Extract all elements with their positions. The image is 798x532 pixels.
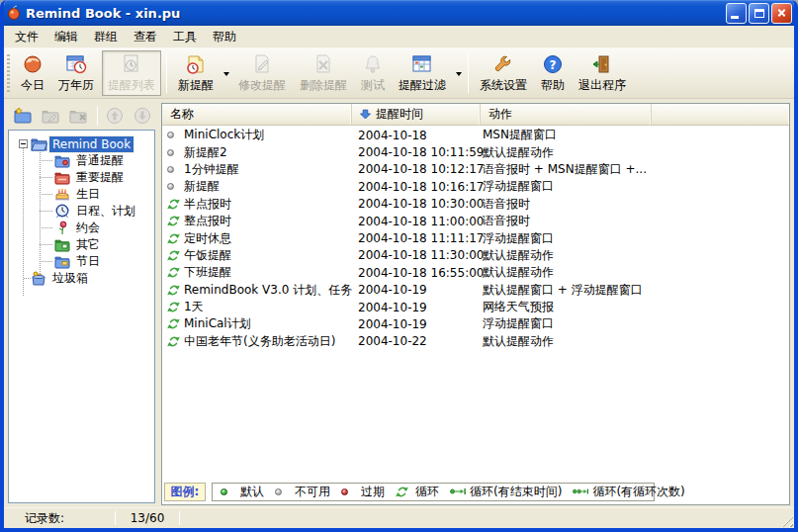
legend-item: 循环(有结束时间) [450,484,562,500]
reminder-action: 浮动提醒窗口 [481,315,652,332]
reminder-name: MiniClock计划 [184,127,264,143]
reminder-action: MSN提醒窗口 [481,127,652,143]
toolbar-grip[interactable] [7,54,10,92]
tree-item-appointment[interactable]: 约会 [9,220,154,236]
table-row[interactable]: 午饭提醒2004-10-18 11:30:00默认提醒动作 [162,247,789,264]
toolbar-button-delete-reminder[interactable]: 删除提醒 [294,50,353,96]
reminder-name: 1分钟提醒 [184,161,239,178]
cell-name: 1天 [162,299,352,315]
tree-item-root[interactable]: Remind Book [9,135,154,152]
new-reminder-icon [185,52,207,76]
tree-item-important[interactable]: 重要提醒 [9,169,154,186]
table-row[interactable]: 整点报时2004-10-18 11:00:00语音报时 [162,213,789,229]
minimize-button[interactable] [726,3,747,24]
move-up-button[interactable] [102,104,128,128]
tree-item-trash[interactable]: 垃圾箱 [9,270,154,287]
resize-grip[interactable] [780,514,793,527]
reminder-name: 1天 [184,299,204,315]
legend-item-label: 循环 [415,484,439,500]
new-reminder-dropdown[interactable] [221,50,231,96]
title-bar: Remind Book - xin.pu [0,0,798,26]
column-header-time[interactable]: 提醒时间 [352,104,481,125]
reminder-name: 下班提醒 [184,264,231,281]
legend-row: 图例: 默认不可用过期循环循环(有结束时间)循环(有循环次数) [162,479,789,504]
toolbar-separator [468,53,469,93]
tree-item-label: 垃圾箱 [49,269,91,288]
toolbar-button-label: 测试 [361,77,385,94]
sort-arrow-icon [360,109,371,120]
menu-item-file[interactable]: 文件 [7,27,46,47]
close-button[interactable] [771,3,792,24]
table-row[interactable]: 1天2004-10-19网络天气预报 [162,299,789,315]
toolbar-button-reminder-filter[interactable]: 提醒过滤 [393,50,452,96]
menu-item-edit[interactable]: 编辑 [46,27,86,47]
toolbar-button-label: 新提醒 [178,77,214,94]
loop-icon [167,198,184,211]
move-down-button[interactable] [130,104,155,128]
toolbar-button-reminder-list[interactable]: 提醒列表 [102,50,161,96]
tree-item-normal[interactable]: 普通提醒 [9,152,154,169]
table-row[interactable]: 下班提醒2004-10-18 16:55:00默认提醒动作 [162,264,789,281]
reminder-action: 默认提醒动作 [481,264,652,281]
column-header-name[interactable]: 名称 [162,104,352,125]
maximize-icon [754,9,764,18]
reminder-filter-dropdown[interactable] [453,50,464,96]
table-row[interactable]: 新提醒2004-10-18 10:16:17浮动提醒窗口 [162,178,789,195]
dot-gray-icon [167,149,174,156]
tree-item-birthday[interactable]: 生日 [9,186,154,203]
toolbar-button-label: 退出程序 [578,77,626,94]
main-area: Remind Book普通提醒重要提醒生日日程、计划约会其它节日垃圾箱 名称提醒… [4,100,794,507]
group-panel: Remind Book普通提醒重要提醒生日日程、计划约会其它节日垃圾箱 [8,100,158,507]
table-row[interactable]: 新提醒22004-10-18 10:11:59默认提醒动作 [162,143,789,160]
menu-item-help[interactable]: 帮助 [205,27,244,47]
delete-group-button[interactable] [65,104,91,128]
toolbar-button-system-settings[interactable]: 系统设置 [474,50,533,96]
toolbar-button-today[interactable]: 今日 [15,50,50,96]
column-header-label: 动作 [488,106,512,123]
reminder-time: 2004-10-19 [352,301,481,314]
toolbar-button-edit-reminder[interactable]: 修改提醒 [232,50,292,96]
legend-item-label: 循环(有结束时间) [470,484,562,500]
table-row[interactable]: 定时休息2004-10-18 11:11:17浮动提醒窗口 [162,229,789,246]
toolbar-button-perpetual-calendar[interactable]: 万年历 [52,50,100,96]
table-row[interactable]: RemindBook V3.0 计划、任务2004-10-19默认提醒窗口 + … [162,282,789,299]
cell-name: 半点报时 [162,196,352,213]
reminder-list-panel: 名称提醒时间动作 MiniClock计划2004-10-18MSN提醒窗口新提醒… [161,103,790,505]
menu-item-view[interactable]: 查看 [126,27,165,47]
cell-name: 中国老年节(义务助老活动日) [162,333,352,350]
dot-red-icon [341,488,348,495]
help-icon: ? [542,52,564,76]
dot-gray-icon [167,166,184,173]
delete-reminder-icon [312,52,334,76]
toolbar-button-exit[interactable]: 退出程序 [573,50,632,96]
reminder-time: 2004-10-22 [352,334,481,348]
menu-item-group[interactable]: 群组 [86,27,126,47]
table-row[interactable]: 半点报时2004-10-18 10:30:00语音报时 [162,196,789,213]
cake-icon [54,187,73,202]
maximize-button[interactable] [749,3,769,24]
edit-group-button[interactable] [38,104,63,128]
legend-item: 不可用 [275,484,330,500]
group-tree-box: Remind Book普通提醒重要提醒生日日程、计划约会其它节日垃圾箱 [8,130,155,503]
reminder-name: 午饭提醒 [184,247,231,264]
tree-item-festival[interactable]: 节日 [9,253,154,270]
new-group-button[interactable] [10,104,36,128]
reminder-name: 新提醒2 [184,144,227,161]
column-header-action[interactable]: 动作 [481,104,652,125]
table-row[interactable]: MiniClock计划2004-10-18MSN提醒窗口 [162,127,789,143]
folder-blue2-icon [54,254,73,269]
table-row[interactable]: MiniCal计划2004-10-19浮动提醒窗口 [162,315,789,332]
table-row[interactable]: 中国老年节(义务助老活动日)2004-10-22默认提醒动作 [162,333,789,350]
toolbar-button-help[interactable]: ?帮助 [535,50,571,96]
tree-item-schedule[interactable]: 日程、计划 [9,203,154,220]
svg-text:?: ? [550,58,557,72]
table-row[interactable]: 1分钟提醒2004-10-18 10:12:17语音报时 + MSN提醒窗口 +… [162,161,789,178]
toolbar-button-test[interactable]: 测试 [355,50,391,96]
menu-item-tools[interactable]: 工具 [165,27,205,47]
trash-icon [31,271,49,286]
tree-expander-icon[interactable] [19,139,28,148]
toolbar-button-new-reminder[interactable]: 新提醒 [172,50,220,96]
reminder-name: 整点报时 [184,213,231,229]
window-title: Remind Book - xin.pu [26,6,180,21]
tree-item-other[interactable]: 其它 [9,236,154,253]
